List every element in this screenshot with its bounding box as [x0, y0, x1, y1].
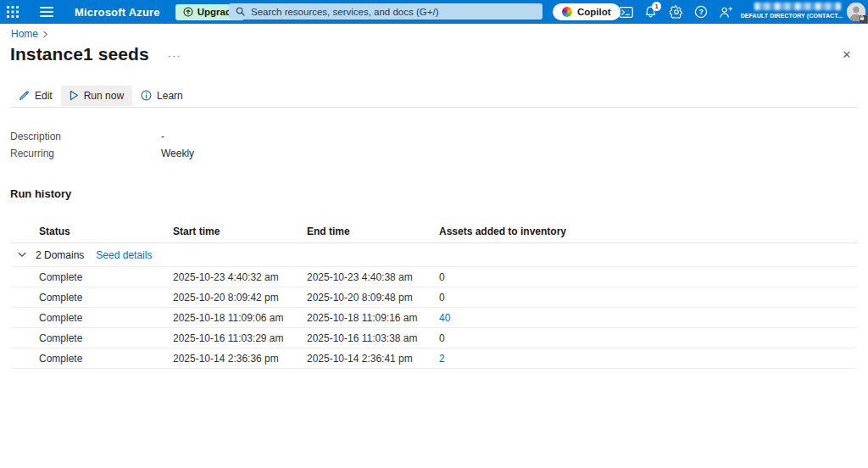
command-bar: Edit Run now Learn — [10, 85, 192, 106]
page-title: Instance1 seeds — [10, 44, 149, 64]
learn-button[interactable]: Learn — [132, 86, 192, 106]
learn-label: Learn — [157, 90, 183, 102]
cell-end-time: 2025-10-14 2:36:41 pm — [307, 353, 439, 365]
svg-text:?: ? — [698, 8, 703, 16]
cell-assets-link[interactable]: 2 — [439, 353, 858, 365]
copilot-label: Copilot — [577, 7, 611, 17]
column-status[interactable]: Status — [39, 226, 173, 237]
notification-badge: 1 — [652, 2, 661, 11]
help-button[interactable]: ? — [689, 0, 713, 24]
cell-start-time: 2025-10-20 8:09:42 pm — [173, 292, 307, 304]
recurring-value: Weekly — [161, 148, 194, 159]
title-more-button[interactable]: ··· — [168, 48, 181, 60]
cell-assets: 0 — [439, 271, 858, 283]
breadcrumb: Home — [11, 28, 48, 40]
close-blade-button[interactable]: ✕ — [839, 47, 854, 62]
edit-label: Edit — [35, 90, 53, 102]
recurring-label: Recurring — [10, 148, 161, 159]
group-label: 2 Domains — [36, 249, 84, 261]
breadcrumb-home-link[interactable]: Home — [11, 28, 38, 40]
lock-icon — [860, 15, 867, 23]
toolbar-divider — [10, 107, 858, 108]
brand-title[interactable]: Microsoft Azure — [75, 6, 160, 19]
group-row-domains[interactable]: 2 Domains Seed details — [10, 243, 858, 267]
cell-end-time: 2025-10-23 4:40:38 am — [307, 271, 439, 283]
play-icon — [70, 90, 79, 101]
cell-end-time: 2025-10-18 11:09:16 am — [307, 312, 439, 324]
table-row[interactable]: Complete 2025-10-23 4:40:32 am 2025-10-2… — [10, 267, 858, 287]
cell-status: Complete — [39, 312, 173, 324]
cell-start-time: 2025-10-14 2:36:36 pm — [173, 353, 307, 365]
description-label: Description — [10, 131, 161, 142]
cell-assets-link[interactable]: 40 — [439, 312, 858, 324]
gear-icon — [670, 5, 683, 19]
settings-button[interactable] — [665, 0, 688, 24]
pencil-icon — [19, 90, 30, 101]
hamburger-icon — [40, 7, 53, 17]
copilot-logo-icon — [562, 7, 572, 17]
properties: Description - Recurring Weekly — [10, 128, 194, 162]
run-history-table: Status Start time End time Assets added … — [10, 220, 858, 369]
column-start-time[interactable]: Start time — [173, 226, 307, 237]
description-row: Description - — [10, 128, 194, 145]
account-directory: DEFAULT DIRECTORY (CONTACT... — [741, 13, 843, 19]
help-icon: ? — [694, 5, 708, 19]
column-assets[interactable]: Assets added to inventory — [439, 226, 858, 237]
column-end-time[interactable]: End time — [307, 226, 439, 237]
account-name-redacted — [754, 3, 841, 10]
global-search[interactable] — [229, 3, 542, 20]
cell-end-time: 2025-10-20 8:09:48 pm — [307, 292, 439, 304]
run-now-label: Run now — [84, 90, 124, 102]
waffle-grid-icon — [7, 6, 19, 18]
cloud-shell-button[interactable] — [614, 0, 637, 24]
avatar[interactable] — [847, 3, 865, 21]
upgrade-arrow-icon — [183, 7, 193, 17]
run-now-button[interactable]: Run now — [61, 86, 132, 106]
cell-status: Complete — [39, 292, 173, 304]
cell-status: Complete — [39, 332, 173, 344]
chevron-down-icon[interactable] — [17, 250, 27, 260]
recurring-row: Recurring Weekly — [10, 145, 194, 162]
azure-portal-page: Microsoft Azure Upgrade Copilot — [0, 0, 868, 468]
table-row[interactable]: Complete 2025-10-16 11:03:29 am 2025-10-… — [10, 328, 858, 348]
cell-start-time: 2025-10-23 4:40:32 am — [173, 271, 307, 283]
cell-status: Complete — [39, 271, 173, 283]
menu-hamburger-icon[interactable] — [32, 0, 61, 24]
top-bar: Microsoft Azure Upgrade Copilot — [0, 0, 868, 24]
notifications-button[interactable]: 1 — [638, 0, 662, 24]
cell-assets: 0 — [439, 292, 858, 304]
copilot-button[interactable]: Copilot — [553, 3, 620, 20]
cell-assets: 0 — [439, 332, 858, 344]
info-icon — [141, 90, 152, 101]
run-history-heading: Run history — [10, 187, 71, 200]
cloud-shell-icon — [619, 7, 633, 18]
edit-button[interactable]: Edit — [10, 86, 61, 106]
cell-status: Complete — [39, 353, 173, 365]
seed-details-link[interactable]: Seed details — [96, 249, 152, 261]
page-title-row: Instance1 seeds ··· — [10, 42, 858, 66]
table-header-row: Status Start time End time Assets added … — [10, 220, 858, 243]
feedback-person-icon — [719, 6, 733, 19]
breadcrumb-chevron-icon — [42, 31, 48, 38]
search-input[interactable] — [251, 7, 536, 17]
account-menu[interactable]: DEFAULT DIRECTORY (CONTACT... — [732, 0, 844, 24]
table-row[interactable]: Complete 2025-10-14 2:36:36 pm 2025-10-1… — [10, 348, 858, 369]
description-value: - — [161, 131, 164, 142]
app-launcher-icon[interactable] — [0, 0, 25, 24]
cell-end-time: 2025-10-16 11:03:38 am — [307, 332, 439, 344]
search-icon — [236, 7, 245, 16]
table-row[interactable]: Complete 2025-10-20 8:09:42 pm 2025-10-2… — [10, 287, 858, 308]
cell-start-time: 2025-10-16 11:03:29 am — [173, 332, 307, 344]
table-row[interactable]: Complete 2025-10-18 11:09:06 am 2025-10-… — [10, 308, 858, 328]
cell-start-time: 2025-10-18 11:09:06 am — [173, 312, 307, 324]
